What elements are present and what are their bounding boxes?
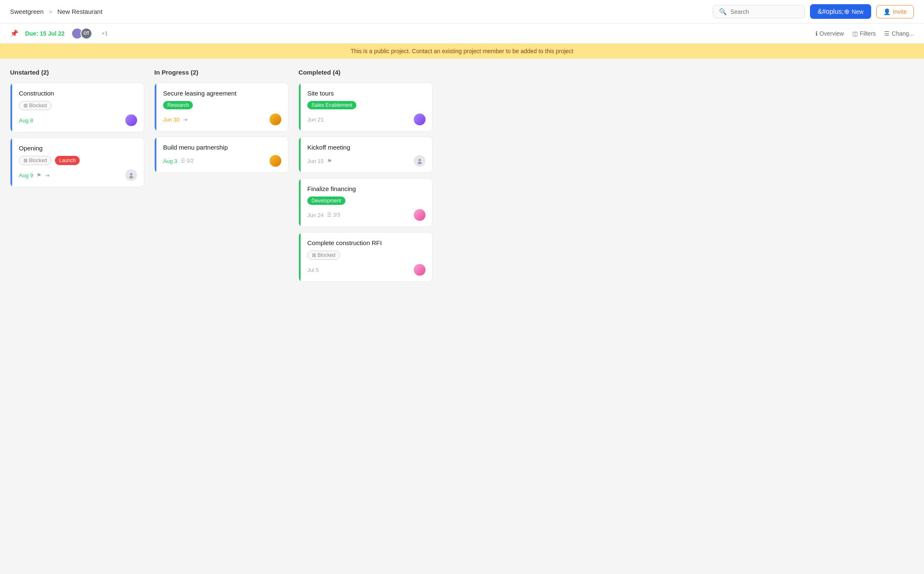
pin-icon: 📌 [10, 29, 18, 37]
tag-sales: Sales Enablement [307, 101, 356, 109]
avatar [414, 155, 426, 167]
card-accent [155, 137, 156, 173]
avatar [414, 114, 426, 125]
card-date: Jul 5 [307, 267, 319, 273]
column-completed: Completed (4) Site tours Sales Enablemen… [298, 69, 433, 287]
avatar [414, 264, 426, 276]
card-footer: Aug 8 [19, 114, 137, 126]
board: Unstarted (2) Construction ⊠ Blocked Aug… [0, 59, 924, 297]
card-tags: ⊠ Blocked [307, 251, 426, 260]
breadcrumb-child[interactable]: New Restaurant [57, 8, 103, 15]
card-sitetours[interactable]: Site tours Sales Enablement Jun 21 [298, 83, 433, 132]
card-opening[interactable]: Opening ⊠ BlockedLaunch Aug 9 ⚑⇥ [10, 137, 144, 187]
svg-point-0 [130, 173, 132, 176]
card-title: Finalize financing [307, 185, 426, 192]
card-accent [299, 233, 301, 282]
sub-header-right: ℹ Overview ◫ Filters ☰ Chang... [815, 30, 914, 37]
search-input[interactable] [730, 8, 799, 15]
public-project-banner: This is a public project. Contact an exi… [0, 44, 924, 59]
avatar [270, 155, 281, 167]
invite-button[interactable]: 👤 Invite [876, 5, 914, 18]
card-construction[interactable]: Construction ⊠ Blocked Aug 8 [10, 83, 144, 132]
tag-blocked: ⊠ Blocked [19, 101, 52, 110]
card-tags: Research [163, 101, 281, 109]
card-body: Opening ⊠ BlockedLaunch Aug 9 ⚑⇥ [10, 138, 144, 187]
card-body: Build menu partnership Aug 3 ☰ 0/2 [155, 137, 288, 173]
avatar [414, 209, 426, 221]
change-button[interactable]: ☰ Chang... [884, 30, 914, 37]
sub-header-left: 📌 Due: 15 Jul 22 OT +1 [10, 28, 108, 39]
card-date: Jun 30 [163, 116, 179, 123]
card-accent [10, 83, 12, 132]
card-tags: Sales Enablement [307, 101, 426, 109]
card-title: Secure leasing agreement [163, 90, 281, 97]
card-body: Finalize financing Development Jun 24 ☰ … [299, 178, 432, 227]
header: Sweetgreen > New Restaurant 🔍 &#oplus;⊕ … [0, 0, 924, 23]
card-date: Aug 3 [163, 158, 177, 164]
card-date: Jun 15 [307, 158, 324, 164]
filter-icon: ◫ [852, 30, 858, 37]
svg-point-3 [418, 162, 422, 164]
card-title: Site tours [307, 90, 426, 97]
breadcrumb-parent[interactable]: Sweetgreen [10, 8, 44, 15]
card-kickoff[interactable]: Kickoff meeting Jun 15 ⚑ [298, 137, 433, 173]
card-tags: Development [307, 197, 426, 205]
branch-icon: ⇥ [45, 172, 49, 178]
card-accent [155, 83, 156, 131]
tag-blocked: ⊠ Blocked [19, 156, 52, 165]
card-title: Construction [19, 90, 137, 97]
card-accent [10, 138, 12, 187]
card-footer: Jul 5 [307, 264, 426, 276]
card-body: Secure leasing agreement Research Jun 30… [155, 83, 288, 131]
person-icon: 👤 [883, 8, 890, 15]
search-bar[interactable]: 🔍 [713, 5, 805, 18]
flag-icon: ⚑ [36, 172, 42, 178]
card-footer: Jun 24 ☰ 3/3 [307, 209, 426, 221]
avatar-plus-count: +1 [101, 30, 108, 36]
due-date: Due: 15 Jul 22 [25, 30, 65, 37]
filters-button[interactable]: ◫ Filters [852, 30, 876, 37]
card-date: Jun 21 [307, 116, 324, 123]
card-menu[interactable]: Build menu partnership Aug 3 ☰ 0/2 [154, 137, 288, 173]
card-leasing[interactable]: Secure leasing agreement Research Jun 30… [154, 83, 288, 132]
card-title: Opening [19, 145, 137, 152]
header-actions: 🔍 &#oplus;⊕ New 👤 Invite [713, 4, 914, 19]
card-title: Kickoff meeting [307, 144, 426, 151]
card-accent [299, 137, 301, 173]
tag-dev: Development [307, 197, 345, 205]
checklist: ☰ 0/2 [181, 158, 194, 164]
card-rfi[interactable]: Complete construction RFI ⊠ Blocked Jul … [298, 232, 433, 282]
avatar-group: OT [71, 28, 92, 39]
avatar [125, 169, 137, 181]
new-button[interactable]: &#oplus;⊕ New [810, 4, 871, 19]
tag-research: Research [163, 101, 193, 109]
flag-icon: ⚑ [327, 158, 332, 164]
plus-icon: &#oplus;⊕ [818, 8, 849, 16]
overview-button[interactable]: ℹ Overview [815, 30, 844, 37]
column-header: In Progress (2) [154, 69, 288, 76]
tag-blocked: ⊠ Blocked [307, 251, 340, 260]
avatar [125, 114, 137, 126]
card-title: Build menu partnership [163, 144, 281, 151]
layout-icon: ☰ [884, 30, 890, 37]
card-tags: ⊠ BlockedLaunch [19, 156, 137, 165]
card-title: Complete construction RFI [307, 239, 426, 246]
card-date: Jun 24 [307, 212, 324, 218]
avatar-2: OT [80, 28, 92, 39]
card-footer: Jun 21 [307, 114, 426, 125]
column-header: Completed (4) [298, 69, 433, 76]
card-footer: Aug 9 ⚑⇥ [19, 169, 137, 181]
card-financing[interactable]: Finalize financing Development Jun 24 ☰ … [298, 178, 433, 227]
column-header: Unstarted (2) [10, 69, 144, 76]
card-accent [299, 178, 301, 227]
card-body: Kickoff meeting Jun 15 ⚑ [299, 137, 432, 173]
card-date: Aug 9 [19, 172, 33, 178]
card-body: Site tours Sales Enablement Jun 21 [299, 83, 432, 131]
svg-point-2 [418, 159, 421, 161]
column-inprogress: In Progress (2) Secure leasing agreement… [154, 69, 288, 178]
info-icon: ℹ [815, 30, 818, 37]
avatar [270, 114, 281, 125]
card-footer: Aug 3 ☰ 0/2 [163, 155, 281, 167]
card-accent [299, 83, 301, 131]
breadcrumb: Sweetgreen > New Restaurant [10, 8, 102, 15]
